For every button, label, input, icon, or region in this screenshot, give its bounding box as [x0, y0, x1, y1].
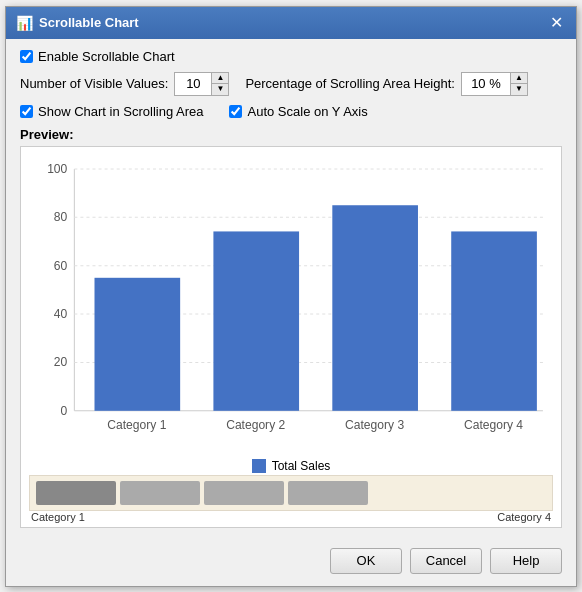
pct-height-label: Percentage of Scrolling Area Height: — [245, 76, 455, 91]
legend-color-box — [252, 459, 266, 473]
ok-button[interactable]: OK — [330, 548, 402, 574]
scroll-thumb-4 — [288, 481, 368, 505]
scroll-area[interactable] — [29, 475, 553, 511]
scroll-thumb-3 — [204, 481, 284, 505]
scroll-right-label: Category 4 — [497, 511, 551, 523]
scroll-thumb-1 — [36, 481, 116, 505]
title-bar: 📊 Scrollable Chart ✕ — [6, 7, 576, 39]
svg-text:60: 60 — [54, 258, 68, 272]
svg-text:80: 80 — [54, 210, 68, 224]
values-row: Number of Visible Values: 10 ▲ ▼ Percent… — [20, 72, 562, 96]
svg-text:100: 100 — [47, 161, 67, 175]
svg-text:Category 3: Category 3 — [345, 417, 404, 431]
button-row: OK Cancel Help — [6, 538, 576, 586]
dialog-icon: 📊 — [16, 15, 33, 31]
pct-height-spinner-btns: ▲ ▼ — [510, 73, 527, 95]
help-button[interactable]: Help — [490, 548, 562, 574]
enable-scrollable-checkbox[interactable] — [20, 50, 33, 63]
pct-height-down[interactable]: ▼ — [511, 84, 527, 95]
cancel-button[interactable]: Cancel — [410, 548, 482, 574]
scroll-labels: Category 1 Category 4 — [29, 511, 553, 523]
pct-height-up[interactable]: ▲ — [511, 73, 527, 84]
num-visible-group: Number of Visible Values: 10 ▲ ▼ — [20, 72, 229, 96]
bar-category3 — [332, 205, 418, 411]
svg-text:40: 40 — [54, 307, 68, 321]
svg-text:0: 0 — [61, 403, 68, 417]
dialog-title: Scrollable Chart — [39, 15, 139, 30]
num-visible-spinner-btns: ▲ ▼ — [211, 73, 228, 95]
bar-category4 — [451, 231, 537, 410]
bar-category2 — [213, 231, 299, 410]
pct-height-group: Percentage of Scrolling Area Height: 10 … — [245, 72, 528, 96]
show-chart-checkbox[interactable] — [20, 105, 33, 118]
num-visible-input[interactable]: 10 — [175, 73, 211, 95]
title-bar-left: 📊 Scrollable Chart — [16, 15, 139, 31]
dialog-content: Enable Scrollable Chart Number of Visibl… — [6, 39, 576, 538]
auto-scale-checkbox[interactable] — [229, 105, 242, 118]
pct-height-input[interactable]: 10 % — [462, 73, 510, 95]
scroll-left-label: Category 1 — [31, 511, 85, 523]
num-visible-up[interactable]: ▲ — [212, 73, 228, 84]
num-visible-label: Number of Visible Values: — [20, 76, 168, 91]
enable-scrollable-row: Enable Scrollable Chart — [20, 49, 562, 64]
bar-chart: 100 80 60 40 20 0 Category 1 Category 2 — [29, 155, 553, 455]
num-visible-down[interactable]: ▼ — [212, 84, 228, 95]
svg-text:Category 4: Category 4 — [464, 417, 523, 431]
legend-label: Total Sales — [272, 459, 331, 473]
checkboxes-row: Show Chart in Scrolling Area Auto Scale … — [20, 104, 562, 119]
auto-scale-label[interactable]: Auto Scale on Y Axis — [229, 104, 367, 119]
show-chart-label[interactable]: Show Chart in Scrolling Area — [20, 104, 203, 119]
chart-area: 100 80 60 40 20 0 Category 1 Category 2 — [20, 146, 562, 528]
pct-height-spinner[interactable]: 10 % ▲ ▼ — [461, 72, 528, 96]
preview-label: Preview: — [20, 127, 562, 142]
svg-text:Category 2: Category 2 — [226, 417, 285, 431]
svg-text:20: 20 — [54, 355, 68, 369]
svg-text:Category 1: Category 1 — [107, 417, 166, 431]
enable-scrollable-label[interactable]: Enable Scrollable Chart — [20, 49, 175, 64]
bar-category1 — [95, 277, 181, 410]
scroll-thumb-2 — [120, 481, 200, 505]
dialog-scrollable-chart: 📊 Scrollable Chart ✕ Enable Scrollable C… — [5, 6, 577, 587]
num-visible-spinner[interactable]: 10 ▲ ▼ — [174, 72, 229, 96]
close-button[interactable]: ✕ — [546, 13, 566, 33]
chart-legend: Total Sales — [29, 459, 553, 473]
